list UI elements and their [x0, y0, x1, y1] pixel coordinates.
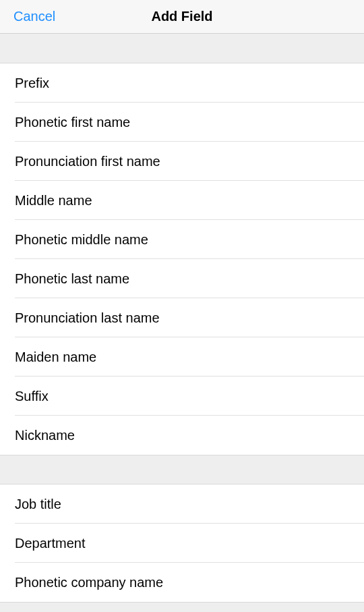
- list-item[interactable]: Pronunciation last name: [0, 298, 364, 337]
- page-title: Add Field: [151, 9, 212, 24]
- list-item[interactable]: Phonetic last name: [0, 259, 364, 298]
- list-item-label: Pronunciation first name: [15, 154, 160, 169]
- list-item-label: Suffix: [15, 389, 49, 404]
- cancel-button[interactable]: Cancel: [13, 9, 55, 24]
- list-item-label: Nickname: [15, 428, 75, 443]
- list-item-label: Phonetic company name: [15, 575, 163, 590]
- list-item[interactable]: Nickname: [0, 416, 364, 455]
- list-item[interactable]: Pronunciation first name: [0, 142, 364, 181]
- list-item[interactable]: Maiden name: [0, 337, 364, 377]
- list-item[interactable]: Department: [0, 524, 364, 563]
- list-item-label: Pronunciation last name: [15, 310, 160, 326]
- list-item[interactable]: Prefix: [0, 63, 364, 103]
- list-item-label: Middle name: [15, 193, 92, 208]
- list-item[interactable]: Job title: [0, 484, 364, 524]
- section-gap: [0, 455, 364, 484]
- list-item[interactable]: Phonetic first name: [0, 103, 364, 142]
- list-item-label: Phonetic middle name: [15, 232, 148, 248]
- field-list-work: Job title Department Phonetic company na…: [0, 484, 364, 602]
- section-gap: [0, 602, 364, 612]
- list-item[interactable]: Phonetic middle name: [0, 220, 364, 259]
- field-list-names: Prefix Phonetic first name Pronunciation…: [0, 63, 364, 455]
- list-item-label: Maiden name: [15, 350, 96, 365]
- section-gap: [0, 34, 364, 63]
- list-item-label: Phonetic last name: [15, 271, 129, 287]
- list-item[interactable]: Phonetic company name: [0, 563, 364, 602]
- list-item-label: Prefix: [15, 76, 49, 91]
- list-item-label: Department: [15, 536, 86, 551]
- list-item-label: Job title: [15, 497, 61, 512]
- list-item[interactable]: Middle name: [0, 181, 364, 220]
- navbar: Cancel Add Field: [0, 0, 364, 34]
- list-item[interactable]: Suffix: [0, 377, 364, 416]
- list-item-label: Phonetic first name: [15, 115, 130, 130]
